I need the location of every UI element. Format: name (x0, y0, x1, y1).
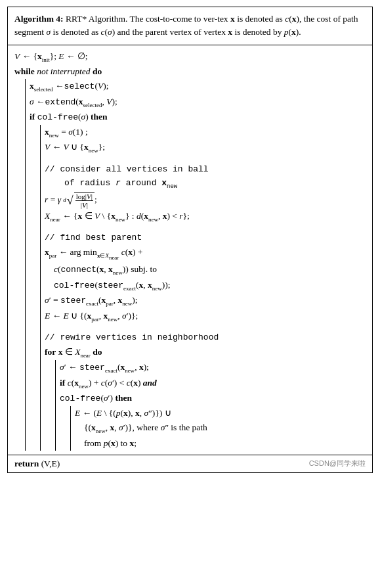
line-for: for x ∈ Xnear do (45, 345, 366, 361)
line-if2: if c(xnew) + c(σ′) < c(x) and (60, 376, 366, 392)
line-e-update: E ← E ∪ {(xpar, xnew, σ′)}; (45, 309, 366, 325)
line-colfree2: col-free(σ′) then (60, 391, 366, 405)
algorithm-title: Algorithm 4: (14, 14, 64, 24)
line-sigma2: σ′ ← steerexact(xnew, x); (60, 360, 366, 376)
return-statement: return (V,E) (14, 459, 60, 469)
line-e-rewire3: from p(x) to x; (84, 436, 366, 451)
if-body: xnew = σ(1) ; V ← V ∪ {xnew}; // conside… (40, 125, 366, 451)
if2-body: E ← (E \ {(p(x), x, σ″)}) ∪ {(xnew, x, σ… (70, 406, 366, 451)
line-while: while not interrupted do (14, 64, 366, 79)
line-e-rewire1: E ← (E \ {(p(x), x, σ″)}) ∪ (75, 406, 366, 420)
line-sigma-prime: σ′ = steerexact(xpar, xnew); (45, 293, 366, 309)
line-xnew: xnew = σ(1) ; (45, 125, 366, 141)
algorithm-body: V ← {xinit}; E ← ∅; while not interrupte… (8, 45, 372, 455)
watermark: CSDN@同学来啦 (309, 459, 366, 468)
line-xpar3: col-free(steerexact(x, xnew)); (54, 278, 366, 294)
comment-parent: // find best parent (45, 231, 366, 244)
comment-rewire: // rewire vertices in neighborhood (45, 330, 366, 344)
comment-ball2: of radius r around xnew (64, 176, 366, 191)
line-extend: σ ←extend(xselected, V); (30, 95, 366, 110)
line-r: r = γ d √ log|V| |V| ; (45, 192, 366, 209)
algorithm-box: Algorithm 4: RRT* Algorithm. The cost-to… (7, 7, 373, 473)
comment-ball: // consider all vertices in ball (45, 162, 366, 176)
line-init: V ← {xinit}; E ← ∅; (14, 49, 366, 65)
line-v-update: V ← V ∪ {xnew}; (45, 140, 366, 156)
line-xnear: Xnear ← {x ∈ V \ {xnew} : d(xnew, x) < r… (45, 209, 366, 225)
line-select: xselected ←select(V); (30, 79, 366, 95)
line-xpar1: xpar ← arg minx∈Xnear c(x) + (45, 245, 366, 262)
line-xpar2: c(connect(x, xnew)) subj. to (54, 262, 366, 278)
return-keyword: return (14, 459, 39, 468)
while-body: xselected ←select(V); σ ←extend(xselecte… (25, 79, 366, 451)
line-if-colfree: if col-free(σ) then (30, 110, 366, 124)
var-x: x (230, 14, 235, 24)
algorithm-footer: return (V,E) CSDN@同学来啦 (8, 455, 372, 472)
for-body: σ′ ← steerexact(xnew, x); if c(xnew) + c… (55, 360, 366, 451)
algorithm-header: Algorithm 4: RRT* Algorithm. The cost-to… (8, 7, 372, 45)
line-e-rewire2: {(xnew, x, σ′)}, where σ″ is the path (84, 420, 366, 436)
